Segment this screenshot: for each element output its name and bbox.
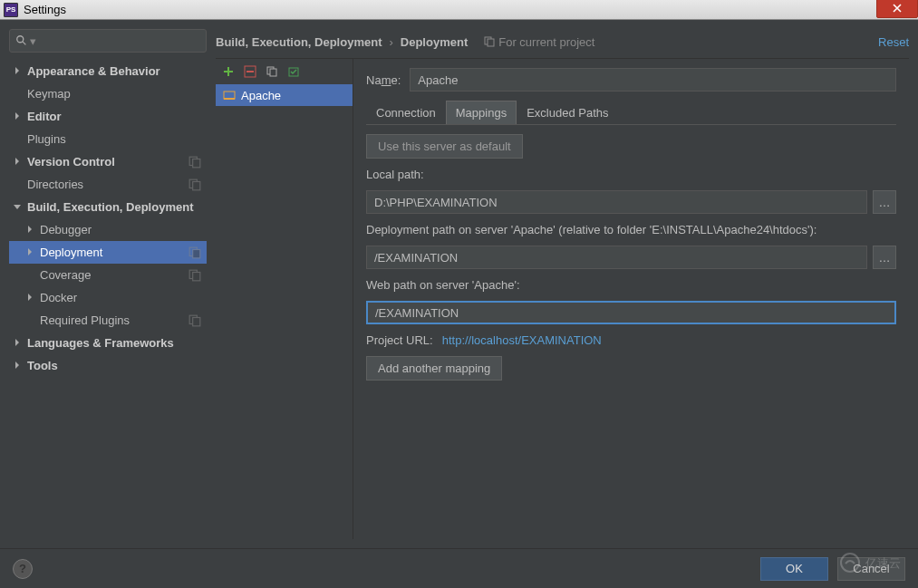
tab-mappings[interactable]: Mappings [446,101,517,124]
settings-sidebar: ▾ Appearance & BehaviorKeymapEditorPlugi… [9,29,207,539]
chevron-right-icon [13,338,24,349]
search-input[interactable]: ▾ [9,29,207,53]
copy-icon [266,65,278,78]
svg-line-1 [23,42,26,45]
help-button[interactable]: ? [13,559,33,579]
sidebar-item-label: Debugger [40,223,207,236]
sidebar-item-languages-frameworks[interactable]: Languages & Frameworks [9,332,207,354]
chevron-right-icon [25,293,36,304]
breadcrumb-part2[interactable]: Deployment [401,35,468,49]
breadcrumb: Build, Execution, Deployment › Deploymen… [216,29,909,54]
sidebar-item-version-control[interactable]: Version Control [9,150,207,173]
reset-link[interactable]: Reset [878,35,909,49]
sidebar-item-label: Version Control [27,155,188,169]
copy-icon [188,246,201,259]
sidebar-item-label: Docker [40,291,207,304]
svg-rect-11 [193,317,200,325]
app-icon: PS [4,3,18,17]
check-icon [287,65,300,78]
cancel-button[interactable]: Cancel [837,557,905,581]
sidebar-item-label: Tools [27,359,207,372]
sidebar-item-coverage[interactable]: Coverage [9,264,207,286]
plus-icon [222,65,235,78]
use-as-default-button[interactable]: Use this server as default [366,134,523,159]
chevron-right-icon: › [389,35,392,49]
copy-icon [188,269,201,282]
svg-rect-3 [193,159,200,167]
chevron-right-icon [25,225,36,236]
svg-rect-16 [270,69,276,76]
minus-icon [244,65,256,78]
deploy-path-label: Deployment path on server 'Apache' (rela… [366,223,896,236]
server-icon [223,90,236,101]
copy-icon [188,156,201,169]
sidebar-item-plugins[interactable]: Plugins [9,128,207,150]
copy-icon [484,36,495,47]
server-item-label: Apache [241,89,281,102]
sidebar-item-label: Languages & Frameworks [27,336,207,350]
sidebar-item-label: Appearance & Behavior [27,64,207,78]
search-dropdown-icon[interactable]: ▾ [30,34,36,48]
name-input[interactable] [410,68,896,92]
sidebar-item-appearance-behavior[interactable]: Appearance & Behavior [9,60,207,82]
browse-deploy-path-button[interactable]: … [873,246,896,269]
sidebar-item-label: Keymap [27,87,207,101]
sidebar-item-build-execution-deployment[interactable]: Build, Execution, Deployment [9,196,207,218]
sidebar-item-directories[interactable]: Directories [9,173,207,196]
sidebar-item-label: Directories [27,178,188,191]
server-item-apache[interactable]: Apache [216,84,353,106]
svg-rect-5 [193,181,200,189]
svg-rect-18 [224,92,235,99]
browse-local-path-button[interactable]: … [873,190,896,214]
sidebar-item-tools[interactable]: Tools [9,354,207,377]
server-list-panel: Apache [216,59,353,539]
svg-point-0 [17,36,24,43]
local-path-input[interactable] [366,190,867,214]
chevron-right-icon [13,66,24,77]
chevron-right-icon [13,157,24,168]
sidebar-item-label: Deployment [40,246,188,259]
tab-connection[interactable]: Connection [366,101,446,124]
tabs: Connection Mappings Excluded Paths [366,101,896,125]
breadcrumb-part1[interactable]: Build, Execution, Deployment [216,35,382,49]
server-toolbar [216,59,353,84]
footer: ? OK Cancel [0,548,918,588]
sidebar-item-debugger[interactable]: Debugger [9,218,207,241]
chevron-right-icon [13,111,24,122]
tab-excluded[interactable]: Excluded Paths [517,101,618,124]
sidebar-item-keymap[interactable]: Keymap [9,82,207,105]
sidebar-item-label: Editor [27,110,207,123]
sidebar-item-deployment[interactable]: Deployment [9,241,207,264]
project-url-label: Project URL: [366,333,433,347]
copy-icon [188,178,201,191]
chevron-right-icon [25,247,36,258]
chevron-right-icon [13,361,24,371]
settings-tree: Appearance & BehaviorKeymapEditorPlugins… [9,60,207,539]
svg-rect-9 [193,272,200,280]
web-path-input[interactable] [366,301,896,324]
svg-rect-19 [224,98,235,100]
sidebar-item-label: Coverage [40,268,188,282]
titlebar: PS Settings [0,0,918,20]
svg-rect-13 [488,39,494,46]
add-server-button[interactable] [219,63,237,81]
add-mapping-button[interactable]: Add another mapping [366,356,502,381]
local-path-label: Local path: [366,168,896,181]
close-button[interactable] [876,0,918,18]
chevron-down-icon [13,202,24,213]
sidebar-item-editor[interactable]: Editor [9,105,207,128]
sidebar-item-docker[interactable]: Docker [9,286,207,309]
remove-server-button[interactable] [241,63,259,81]
sidebar-item-required-plugins[interactable]: Required Plugins [9,309,207,332]
sidebar-item-label: Plugins [27,132,207,146]
sidebar-item-label: Required Plugins [40,313,188,327]
detail-panel: Name: Connection Mappings Excluded Paths… [353,59,909,539]
for-project-badge: For current project [484,35,594,49]
copy-server-button[interactable] [263,63,281,81]
sidebar-item-label: Build, Execution, Deployment [27,200,207,214]
ok-button[interactable]: OK [760,557,828,581]
svg-rect-7 [193,249,200,257]
deploy-path-input[interactable] [366,246,867,269]
project-url-link[interactable]: http://localhost/EXAMINATION [442,333,602,347]
set-default-button[interactable] [285,63,303,81]
